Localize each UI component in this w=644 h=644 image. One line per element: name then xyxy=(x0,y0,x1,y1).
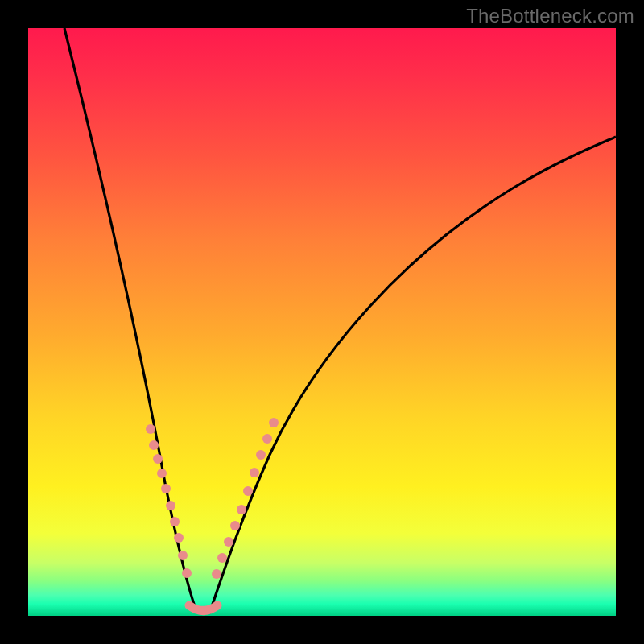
svg-point-11 xyxy=(217,553,227,563)
svg-point-15 xyxy=(243,486,253,496)
right-marker-cluster xyxy=(212,418,279,579)
curve-layer xyxy=(28,28,616,616)
svg-point-7 xyxy=(174,533,184,543)
chart-frame: TheBottleneck.com xyxy=(0,0,644,644)
svg-point-13 xyxy=(230,521,240,530)
svg-point-4 xyxy=(161,484,171,493)
svg-point-10 xyxy=(212,569,221,579)
svg-point-18 xyxy=(262,434,272,444)
svg-point-17 xyxy=(256,450,266,460)
svg-point-14 xyxy=(237,505,246,514)
valley-floor xyxy=(189,605,217,611)
svg-point-19 xyxy=(269,418,279,427)
svg-point-0 xyxy=(146,424,155,434)
svg-point-2 xyxy=(153,454,163,464)
attribution-text: TheBottleneck.com xyxy=(466,5,634,27)
plot-area xyxy=(28,28,616,616)
svg-point-12 xyxy=(224,537,233,547)
svg-point-9 xyxy=(182,568,192,578)
svg-point-8 xyxy=(178,551,188,560)
svg-point-16 xyxy=(250,468,259,477)
curve-right xyxy=(209,137,616,613)
svg-point-3 xyxy=(157,469,167,478)
svg-point-1 xyxy=(149,440,159,450)
svg-point-5 xyxy=(166,501,175,510)
svg-point-6 xyxy=(170,517,180,526)
